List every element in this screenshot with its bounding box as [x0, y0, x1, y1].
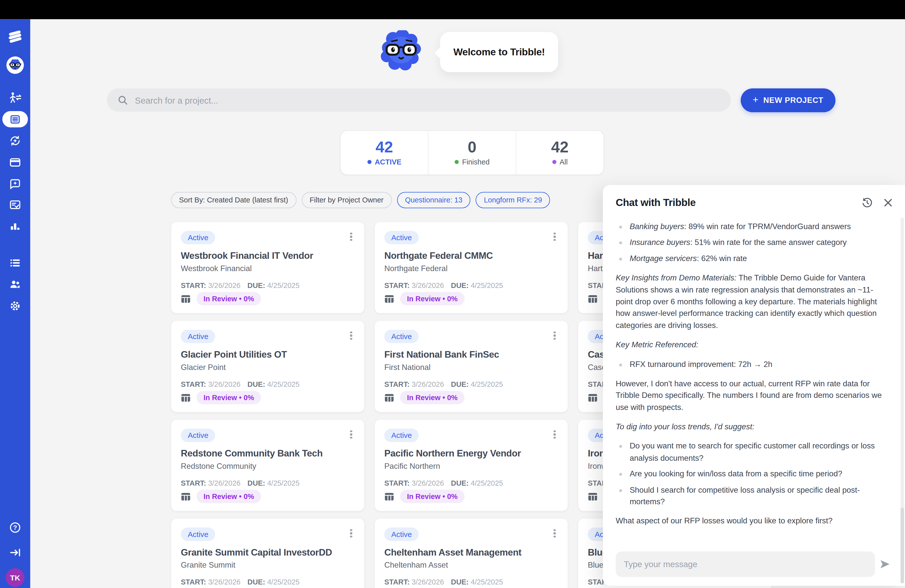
settings-gear-icon[interactable] — [9, 300, 22, 312]
status-badge: Active — [384, 330, 419, 343]
filter-bar: Sort By: Created Date (latest first) Fil… — [171, 192, 550, 208]
project-card[interactable]: Active First National Bank FinSec First … — [374, 320, 568, 412]
history-icon — [861, 197, 872, 208]
active-count: 42 — [376, 139, 393, 156]
project-card[interactable]: Active Cheltenham Asset Management Chelt… — [374, 518, 568, 588]
project-card[interactable]: Active Northgate Federal CMMC Northgate … — [374, 222, 568, 313]
stat-all[interactable]: 42 All — [516, 131, 603, 174]
search-icon — [117, 95, 128, 105]
project-card[interactable]: Active Granite Summit Capital InvestorDD… — [171, 518, 365, 588]
card-menu-icon[interactable] — [549, 527, 560, 540]
table-icon — [588, 294, 597, 303]
card-menu-icon[interactable] — [346, 230, 356, 243]
stat-active[interactable]: 42 ACTIVE — [341, 131, 428, 174]
all-dot — [552, 160, 556, 164]
card-subtitle: Westbrook Financial — [181, 264, 354, 273]
thumbs-down-button[interactable] — [651, 537, 661, 538]
chat-title: Chat with Tribble — [616, 196, 853, 209]
project-card[interactable]: Active Glacier Point Utilities OT Glacie… — [171, 320, 365, 412]
project-card[interactable]: Active Westbrook Financial IT Vendor Wes… — [171, 222, 365, 313]
card-menu-icon[interactable] — [549, 230, 560, 243]
chat-paragraph: However, I don't have access to our actu… — [616, 378, 890, 413]
nav-projects-active[interactable] — [2, 111, 28, 127]
chat-header: Chat with Tribble — [616, 195, 895, 210]
chat-bullet: RFX turnaround improvement: 72h → 2h — [616, 359, 890, 370]
chat-bullet: Mortgage servicers: 62% win rate — [616, 253, 890, 265]
tray-icon[interactable] — [9, 156, 22, 169]
thumbs-down-icon — [651, 537, 661, 538]
card-title: Northgate Federal CMMC — [384, 251, 558, 261]
chat-close-button[interactable] — [881, 195, 895, 210]
chat-scrollbar[interactable] — [900, 218, 904, 583]
card-title: Pacific Northern Energy Vendor — [384, 448, 558, 459]
send-button[interactable] — [875, 554, 895, 574]
chat-bullet: Do you want me to search for specific cu… — [616, 441, 890, 464]
mascot-avatar-icon[interactable] — [6, 56, 24, 74]
feedback-row: 0 0 — [616, 537, 890, 538]
avatar: TK — [6, 568, 24, 587]
all-label: All — [560, 158, 568, 166]
sort-chip[interactable]: Sort By: Created Date (latest first) — [171, 192, 296, 208]
send-icon — [879, 558, 891, 570]
chat-bullet: Should I search for competitive loss ana… — [616, 485, 890, 508]
checklist-icon[interactable] — [9, 199, 22, 211]
window-top-bar — [0, 0, 905, 19]
questionnaire-chip[interactable]: Questionnaire: 13 — [397, 192, 471, 208]
chat-sparkle-icon[interactable] — [9, 177, 22, 190]
status-badge: Active — [384, 231, 419, 244]
review-status-pill: In Review • 0% — [197, 391, 261, 404]
table-icon — [588, 492, 597, 501]
thumbs-up-icon — [616, 537, 626, 538]
menu-list-icon[interactable] — [9, 256, 22, 269]
close-icon — [883, 197, 893, 207]
finished-dot — [454, 160, 459, 164]
thumbs-up-button[interactable] — [616, 537, 626, 538]
stat-finished[interactable]: 0 Finished — [428, 131, 516, 174]
card-subtitle: First National — [384, 363, 558, 372]
logout-icon[interactable] — [9, 546, 22, 559]
card-menu-icon[interactable] — [549, 329, 560, 342]
handoff-icon[interactable] — [8, 91, 22, 104]
status-badge: Active — [384, 429, 419, 442]
owner-filter-chip[interactable]: Filter by Project Owner — [302, 192, 392, 208]
card-subtitle: Granite Summit — [181, 561, 354, 569]
chat-history-button[interactable] — [860, 195, 874, 210]
table-icon — [384, 492, 394, 501]
search-input[interactable] — [134, 95, 731, 106]
card-subtitle: Pacific Northern — [384, 462, 558, 470]
table-icon — [181, 294, 191, 303]
review-status-pill: In Review • 0% — [400, 489, 465, 503]
chat-input-row — [616, 551, 895, 577]
finished-label: Finished — [462, 158, 489, 166]
card-subtitle: Redstone Community — [181, 462, 354, 470]
chat-message-input[interactable] — [616, 551, 875, 577]
app-window: ? TK Welco — [0, 0, 905, 588]
svg-text:?: ? — [13, 524, 17, 531]
status-badge: Active — [384, 528, 419, 541]
card-menu-icon[interactable] — [346, 527, 356, 540]
review-status-pill: In Review • 0% — [197, 292, 261, 305]
new-project-label: NEW PROJECT — [763, 96, 823, 105]
welcome-text: Welcome to Tribble! — [453, 46, 545, 58]
tribble-logo-icon[interactable] — [8, 29, 23, 44]
card-title: First National Bank FinSec — [384, 350, 558, 360]
card-title: Redstone Community Bank Tech — [181, 448, 354, 459]
people-icon[interactable] — [9, 278, 22, 291]
bar-chart-icon[interactable] — [9, 220, 22, 233]
help-icon[interactable]: ? — [9, 521, 22, 534]
card-menu-icon[interactable] — [549, 428, 560, 441]
project-search — [107, 89, 731, 112]
status-badge: Active — [181, 231, 215, 244]
card-title: Glacier Point Utilities OT — [181, 350, 354, 360]
active-pill — [2, 111, 28, 127]
chat-bullet: Insurance buyers: 51% win rate for the s… — [616, 237, 890, 249]
suggestion-bullets: Do you want me to search for specific cu… — [616, 441, 890, 508]
project-card[interactable]: Active Pacific Northern Energy Vendor Pa… — [374, 419, 568, 511]
longform-chip[interactable]: Longform RFx: 29 — [476, 192, 550, 208]
user-avatar-tk[interactable]: TK — [6, 568, 24, 587]
project-card[interactable]: Active Redstone Community Bank Tech Reds… — [171, 419, 365, 511]
new-project-button[interactable]: + NEW PROJECT — [741, 89, 835, 113]
card-menu-icon[interactable] — [346, 428, 356, 441]
sync-sparkle-icon[interactable] — [9, 134, 22, 147]
card-menu-icon[interactable] — [346, 329, 356, 342]
